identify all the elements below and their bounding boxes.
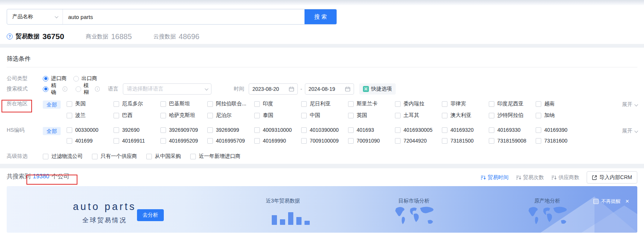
hs-all-pill[interactable]: 全部 — [43, 127, 61, 135]
hs-code-checkbox[interactable]: 73181600 — [536, 138, 583, 144]
region-checkbox[interactable]: 尼泊尔 — [207, 112, 254, 119]
checkbox-label: 哈萨克斯坦 — [169, 112, 195, 119]
region-checkbox[interactable]: 巴西 — [114, 112, 160, 119]
sort-trade-frequency[interactable]: 贸易次数 — [516, 174, 544, 181]
section-divider — [0, 164, 644, 168]
search-category-select[interactable]: 产品名称 — [7, 9, 63, 24]
region-checkbox[interactable]: 斯里兰卡 — [348, 101, 395, 107]
region-checkbox[interactable]: 波兰 — [67, 112, 114, 119]
region-checkbox[interactable]: 加纳 — [536, 112, 583, 119]
chevron-down-icon — [205, 87, 208, 90]
hs-code-checkbox[interactable]: 7318159008 — [489, 138, 536, 144]
hs-code-checkbox[interactable]: 73181500 — [442, 138, 489, 144]
checkbox-label: 泰国 — [263, 112, 273, 119]
hs-code-checkbox[interactable]: 4016995209 — [160, 138, 207, 144]
checkbox-label: 40169320 — [450, 127, 474, 133]
search-button[interactable]: 搜 索 — [305, 9, 337, 24]
region-checkbox[interactable]: 沙特阿拉伯 — [489, 112, 536, 119]
region-checkbox[interactable]: 哈萨克斯坦 — [160, 112, 207, 119]
region-checkbox[interactable]: 委内瑞拉 — [395, 101, 442, 107]
checkbox-label: 加纳 — [544, 112, 555, 119]
checkbox-label: 斯里兰卡 — [357, 101, 377, 107]
analyze-button[interactable]: 去分析 — [137, 209, 164, 221]
help-icon[interactable]: ? — [7, 34, 13, 39]
radio-fuzzy-mode[interactable]: 模糊 i — [76, 82, 100, 96]
radio-exporter[interactable]: 出口商 — [73, 75, 97, 82]
world-map-icon — [526, 205, 569, 227]
region-checkbox[interactable]: 巴基斯坦 — [160, 101, 207, 107]
hs-code-checkbox[interactable]: 4016930005 — [395, 127, 442, 133]
filter-label: 公司类型 — [7, 75, 43, 82]
hs-code-checkbox[interactable]: 7009100009 — [301, 138, 348, 144]
tab-count: 48696 — [179, 32, 200, 41]
hs-code-checkbox[interactable]: 392690 — [114, 127, 160, 133]
checkbox-label: 越南 — [544, 101, 555, 107]
radio-importer[interactable]: 进口商 — [43, 75, 67, 82]
region-all-pill[interactable]: 全部 — [43, 101, 61, 109]
checkbox-icon — [160, 101, 166, 107]
hs-expand-link[interactable]: 展开 — [622, 128, 637, 134]
region-checkbox[interactable]: 尼日利亚 — [301, 101, 348, 107]
mini-bar-chart — [270, 205, 311, 225]
region-row-1: 美国厄瓜多尔巴基斯坦阿拉伯联合...印度尼日利亚斯里兰卡委内瑞拉菲律宾印度尼西亚… — [67, 101, 637, 107]
hs-code-checkbox[interactable]: 39269099 — [207, 127, 254, 133]
region-checkbox[interactable]: 澳大利亚 — [442, 112, 489, 119]
region-checkbox[interactable]: 土耳其 — [395, 112, 442, 119]
hs-code-checkbox[interactable]: 40169911 — [114, 138, 160, 144]
region-checkbox[interactable]: 菲律宾 — [442, 101, 489, 107]
search-input[interactable] — [63, 9, 305, 24]
sort-supplier-count[interactable]: 供应商数 — [551, 174, 579, 181]
radio-exact-mode[interactable]: 精确 i — [43, 82, 67, 96]
hs-code-checkbox[interactable]: 70091090 — [348, 138, 395, 144]
tab-cloud-data[interactable]: 云搜数据 48696 — [153, 32, 200, 41]
hs-code-checkbox[interactable]: 3926909709 — [160, 127, 207, 133]
info-icon[interactable]: i — [95, 86, 100, 92]
banner-card-title-origin: 原产地分析 — [516, 198, 579, 204]
end-date-picker[interactable]: 2024-08-19 — [305, 83, 354, 95]
info-icon[interactable]: i — [63, 86, 67, 92]
checkbox-icon — [160, 127, 166, 133]
advanced-checkbox[interactable]: 过滤物流公司 — [43, 153, 83, 160]
hs-code-checkbox[interactable]: 4009310000 — [254, 127, 301, 133]
hs-code-checkbox[interactable]: 40169990 — [254, 138, 301, 144]
region-checkbox[interactable]: 厄瓜多尔 — [114, 101, 160, 107]
hs-code-checkbox[interactable]: 4010390000 — [301, 127, 348, 133]
checkbox-icon — [301, 127, 307, 133]
sort-trade-time[interactable]: 贸易时间 — [481, 174, 508, 181]
region-checkbox[interactable]: 越南 — [536, 101, 583, 107]
hs-code-checkbox[interactable]: 40169320 — [442, 127, 489, 133]
hs-code-checkbox[interactable]: 00330000 — [67, 127, 114, 133]
hs-code-checkbox[interactable]: 401693 — [348, 127, 395, 133]
checkbox-label: 4016995709 — [216, 138, 245, 144]
radio-label: 精确 — [51, 82, 61, 96]
tab-trade-data[interactable]: ? 贸易数据 36750 — [7, 32, 64, 41]
checkbox-label: 39269099 — [216, 127, 239, 133]
hs-code-checkbox[interactable]: 401699 — [67, 138, 114, 144]
region-checkbox[interactable]: 泰国 — [254, 112, 301, 119]
region-checkbox[interactable]: 阿拉伯联合... — [207, 101, 254, 107]
language-select[interactable]: 请选择翻译语言 — [123, 83, 211, 95]
advanced-checkbox[interactable]: 近一年新增进口商 — [190, 153, 240, 160]
hs-code-checkbox[interactable]: 40169390 — [536, 127, 583, 133]
start-date-picker[interactable]: 2023-08-20 — [249, 83, 298, 95]
hs-code-checkbox[interactable]: 40169330 — [489, 127, 536, 133]
hs-code-checkbox[interactable]: 72044920 — [395, 138, 442, 144]
region-checkbox[interactable]: 中国 — [301, 112, 348, 119]
region-checkbox[interactable]: 印度 — [254, 101, 301, 107]
checkbox-icon — [348, 113, 354, 118]
region-checkbox[interactable]: 印度尼西亚 — [489, 101, 536, 107]
tab-business-data[interactable]: 商业数据 16885 — [86, 32, 132, 41]
data-source-tabs: ? 贸易数据 36750 商业数据 16885 云搜数据 48696 — [7, 29, 637, 44]
close-icon[interactable]: × — [625, 199, 629, 204]
dont-remind-checkbox[interactable] — [593, 199, 599, 204]
region-expand-link[interactable]: 展开 — [622, 101, 637, 108]
hs-code-checkbox[interactable]: 4016995709 — [207, 138, 254, 144]
advanced-checkbox[interactable]: 只有一个供应商 — [92, 153, 137, 160]
quick-options-button[interactable]: ⌘ 快捷选项 — [359, 83, 396, 95]
checkbox-icon — [301, 113, 307, 118]
checkbox-label: 4009310000 — [263, 127, 292, 133]
advanced-checkbox[interactable]: 从中国采购 — [146, 153, 181, 160]
import-crm-button[interactable]: 导入内部CRM — [587, 171, 637, 184]
region-checkbox[interactable]: 英国 — [348, 112, 395, 119]
region-checkbox[interactable]: 美国 — [67, 101, 114, 107]
